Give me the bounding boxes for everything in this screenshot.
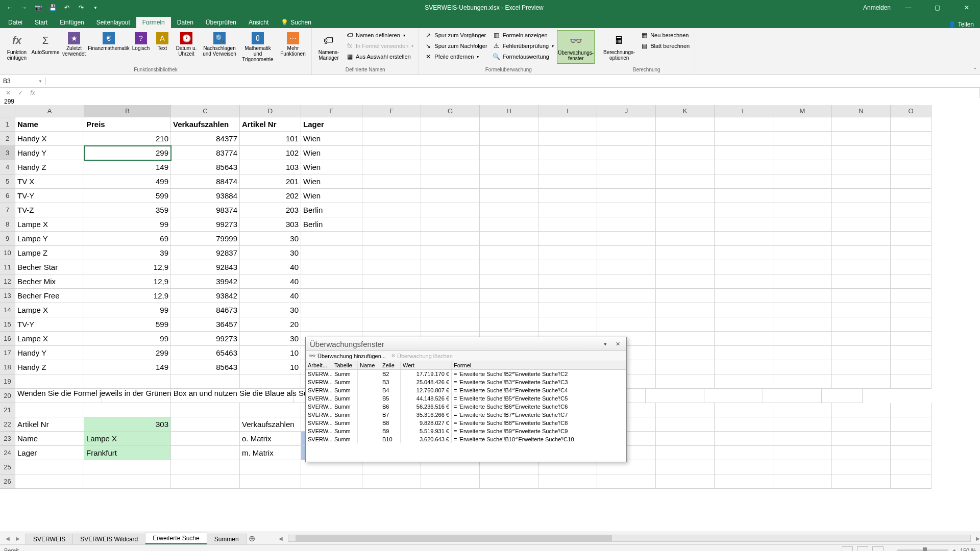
cell-D21[interactable] xyxy=(240,403,301,417)
cell-C4[interactable]: 85643 xyxy=(171,160,240,174)
cell-D26[interactable] xyxy=(240,474,301,489)
cell-N2[interactable] xyxy=(832,132,891,146)
cell-D17[interactable]: 10 xyxy=(240,346,301,360)
select-all-corner[interactable] xyxy=(0,105,15,117)
cell-N19[interactable] xyxy=(832,374,891,389)
normal-view-button[interactable] xyxy=(842,546,853,552)
col-header-C[interactable]: C xyxy=(171,105,240,117)
cell-J2[interactable] xyxy=(597,132,656,146)
cell-M16[interactable] xyxy=(773,332,832,346)
cell-A13[interactable]: Becher Free xyxy=(15,289,84,303)
cell-L21[interactable] xyxy=(715,403,773,417)
cell-L15[interactable] xyxy=(715,317,773,332)
cell-G4[interactable] xyxy=(421,160,480,174)
fx-button[interactable]: fx xyxy=(28,88,38,98)
cell-D16[interactable]: 30 xyxy=(240,332,301,346)
watch-row[interactable]: SVERW...SummB656.236.516 €= 'Erweiterte … xyxy=(306,403,626,411)
cell-M19[interactable] xyxy=(773,374,832,389)
cell-C16[interactable]: 99273 xyxy=(171,332,240,346)
cell-L1[interactable] xyxy=(715,117,773,132)
cell-D15[interactable]: 20 xyxy=(240,317,301,332)
cell-J14[interactable] xyxy=(597,303,656,317)
cell-K7[interactable] xyxy=(656,203,715,217)
cell-E5[interactable]: Wien xyxy=(301,174,362,189)
cell-I7[interactable] xyxy=(538,203,597,217)
cell-K1[interactable] xyxy=(656,117,715,132)
cell-A16[interactable]: Lampe X xyxy=(15,332,84,346)
cell-I11[interactable] xyxy=(538,260,597,274)
cell-J6[interactable] xyxy=(597,189,656,203)
cell-F9[interactable] xyxy=(362,232,421,246)
cell-G9[interactable] xyxy=(421,232,480,246)
row-header-18[interactable]: 18 xyxy=(0,360,15,374)
autosum-button[interactable]: Σ AutoSumme xyxy=(32,30,59,57)
cell-I8[interactable] xyxy=(538,217,597,232)
cell-H11[interactable] xyxy=(480,260,538,274)
watch-col-formula[interactable]: Formel xyxy=(452,361,626,369)
col-header-K[interactable]: K xyxy=(656,105,715,117)
cell-H25[interactable] xyxy=(480,460,538,474)
cell-G26[interactable] xyxy=(421,474,480,489)
cell-L6[interactable] xyxy=(715,189,773,203)
row-header-6[interactable]: 6 xyxy=(0,189,15,203)
cell-I5[interactable] xyxy=(538,174,597,189)
cell-A11[interactable]: Becher Star xyxy=(15,260,84,274)
watch-col-workbook[interactable]: Arbeit... xyxy=(306,361,332,369)
cell-D7[interactable]: 203 xyxy=(240,203,301,217)
cell-C24[interactable] xyxy=(171,446,240,460)
cell-G7[interactable] xyxy=(421,203,480,217)
cell-L25[interactable] xyxy=(715,460,773,474)
cell-N15[interactable] xyxy=(832,317,891,332)
dropdown-icon[interactable]: ▾ xyxy=(601,339,610,348)
row-header-17[interactable]: 17 xyxy=(0,346,15,360)
cell-G12[interactable] xyxy=(421,274,480,289)
cell-H8[interactable] xyxy=(480,217,538,232)
cell-B18[interactable]: 149 xyxy=(84,360,171,374)
row-header-24[interactable]: 24 xyxy=(0,446,15,460)
remove-arrows-button[interactable]: ✕Pfeile entfernen▾ xyxy=(422,52,489,62)
cell-C7[interactable]: 98374 xyxy=(171,203,240,217)
watch-row[interactable]: SVERW...SummB544.148.526 €= 'Erweiterte … xyxy=(306,394,626,403)
row-header-15[interactable]: 15 xyxy=(0,317,15,332)
cell-N8[interactable] xyxy=(832,217,891,232)
col-header-I[interactable]: I xyxy=(538,105,597,117)
cell-E10[interactable] xyxy=(301,246,362,260)
cell-K9[interactable] xyxy=(656,232,715,246)
cell-C13[interactable]: 93842 xyxy=(171,289,240,303)
cell-C21[interactable] xyxy=(171,403,240,417)
evaluate-formula-button[interactable]: 🔍Formelauswertung xyxy=(491,52,556,62)
cell-E8[interactable]: Berlin xyxy=(301,217,362,232)
zoom-out-button[interactable]: — xyxy=(888,547,893,552)
cell-O18[interactable] xyxy=(891,360,932,374)
sheet-tab-sverweis[interactable]: SVERWEIS xyxy=(26,534,73,544)
cell-H13[interactable] xyxy=(480,289,538,303)
cell-C3[interactable]: 83774 xyxy=(171,146,240,160)
cell-E14[interactable] xyxy=(301,303,362,317)
cell-F5[interactable] xyxy=(362,174,421,189)
cell-O10[interactable] xyxy=(891,246,932,260)
cell-A19[interactable] xyxy=(15,374,84,389)
cell-O25[interactable] xyxy=(891,460,932,474)
cell-M15[interactable] xyxy=(773,317,832,332)
cell-H3[interactable] xyxy=(480,146,538,160)
cell-L12[interactable] xyxy=(715,274,773,289)
cell-A4[interactable]: Handy Z xyxy=(15,160,84,174)
zoom-slider[interactable] xyxy=(897,549,948,552)
cell-C15[interactable]: 36457 xyxy=(171,317,240,332)
cell-B8[interactable]: 99 xyxy=(84,217,171,232)
cell-M25[interactable] xyxy=(773,460,832,474)
zoom-level[interactable]: 150 % xyxy=(960,547,976,552)
cell-F1[interactable] xyxy=(362,117,421,132)
cell-G2[interactable] xyxy=(421,132,480,146)
cell-G1[interactable] xyxy=(421,117,480,132)
cell-B7[interactable]: 359 xyxy=(84,203,171,217)
row-header-23[interactable]: 23 xyxy=(0,432,15,446)
cell-O21[interactable] xyxy=(891,403,932,417)
define-name-button[interactable]: 🏷Namen definieren▾ xyxy=(344,30,415,40)
cell-G15[interactable] xyxy=(421,317,480,332)
watch-col-value[interactable]: Wert xyxy=(401,361,452,369)
cell-O2[interactable] xyxy=(891,132,932,146)
cell-E25[interactable] xyxy=(301,460,362,474)
cell-B16[interactable]: 99 xyxy=(84,332,171,346)
cell-B19[interactable] xyxy=(84,374,171,389)
